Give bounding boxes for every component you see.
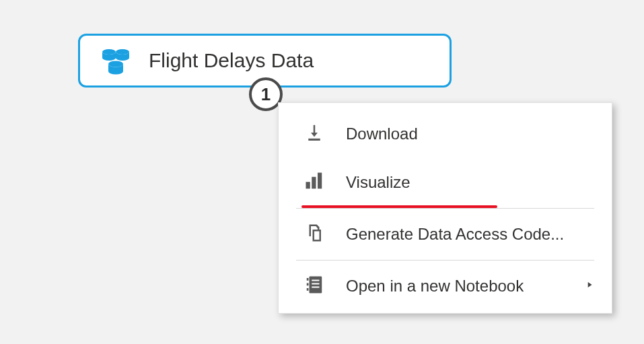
notebook-icon xyxy=(304,275,327,298)
svg-rect-13 xyxy=(307,288,309,291)
svg-rect-9 xyxy=(312,283,319,285)
svg-rect-3 xyxy=(308,139,320,141)
dataset-node-title: Flight Delays Data xyxy=(149,49,314,72)
menu-separator xyxy=(296,208,594,209)
svg-point-0 xyxy=(102,49,116,55)
svg-rect-5 xyxy=(312,177,316,189)
menu-item-open-notebook[interactable]: Open in a new Notebook xyxy=(279,262,612,310)
menu-item-label: Open in a new Notebook xyxy=(346,277,585,296)
svg-rect-8 xyxy=(312,280,319,281)
context-menu: Download Visualize Generate Data Access … xyxy=(278,102,612,314)
svg-rect-12 xyxy=(307,283,309,286)
dataset-icon xyxy=(99,44,133,77)
chevron-right-icon xyxy=(585,280,594,292)
svg-rect-6 xyxy=(318,173,322,189)
svg-rect-4 xyxy=(306,182,310,188)
download-icon xyxy=(304,123,327,145)
highlight-underline xyxy=(301,205,497,208)
copy-icon xyxy=(304,223,327,246)
menu-item-label: Generate Data Access Code... xyxy=(346,225,594,244)
svg-rect-11 xyxy=(307,278,309,281)
menu-item-generate-code[interactable]: Generate Data Access Code... xyxy=(279,210,612,259)
bar-chart-icon xyxy=(304,171,327,194)
svg-rect-10 xyxy=(312,287,319,288)
svg-point-1 xyxy=(116,49,129,55)
menu-item-label: Visualize xyxy=(346,173,594,192)
svg-rect-7 xyxy=(310,277,322,294)
output-port-label: 1 xyxy=(261,84,271,105)
svg-point-2 xyxy=(108,61,123,67)
menu-item-label: Download xyxy=(346,125,594,143)
menu-item-download[interactable]: Download xyxy=(279,110,612,158)
menu-item-visualize[interactable]: Visualize xyxy=(279,158,612,207)
menu-separator xyxy=(296,260,594,261)
